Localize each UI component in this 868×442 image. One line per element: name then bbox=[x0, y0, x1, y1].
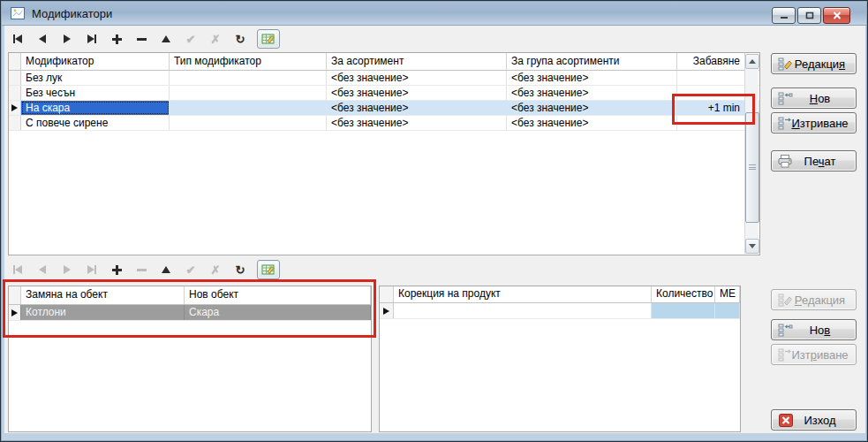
first-record-icon[interactable] bbox=[10, 32, 26, 46]
cell-unit[interactable] bbox=[715, 303, 740, 318]
table-row[interactable]: С повече сирене <без значение> <без знач… bbox=[9, 116, 759, 131]
refresh-icon[interactable]: ↻ bbox=[232, 263, 248, 277]
new-list-icon bbox=[778, 324, 793, 337]
window-icon bbox=[11, 7, 25, 19]
delete-button[interactable]: Изтриване bbox=[771, 112, 857, 133]
edit-list-icon bbox=[778, 293, 793, 307]
print-button[interactable]: Печат bbox=[771, 150, 857, 171]
cell-modifier[interactable]: Без лук bbox=[21, 71, 170, 85]
customize-grid-button[interactable] bbox=[257, 260, 280, 279]
prior-record-icon bbox=[34, 263, 50, 277]
cell-assortment[interactable]: <без значение> bbox=[327, 71, 507, 85]
cell-group[interactable]: <без значение> bbox=[507, 116, 677, 130]
vertical-scrollbar[interactable] bbox=[744, 54, 759, 254]
post-edit-icon: ✔ bbox=[183, 263, 199, 277]
delete-record-icon bbox=[133, 263, 149, 277]
cell-quantity[interactable] bbox=[652, 303, 715, 318]
minimize-button[interactable] bbox=[772, 7, 796, 24]
last-record-icon[interactable] bbox=[84, 32, 100, 46]
next-record-icon bbox=[59, 263, 75, 277]
cell-assortment[interactable]: <без значение> bbox=[327, 86, 507, 100]
modifiers-grid: Модификатор Тип модификатор За асортимен… bbox=[8, 52, 760, 255]
cell-assortment[interactable]: <без значение> bbox=[327, 101, 507, 115]
window-title: Модификатори bbox=[32, 7, 112, 20]
edit-button[interactable]: Редакция bbox=[771, 53, 857, 74]
grid-edit-icon bbox=[261, 263, 275, 276]
exit-icon bbox=[778, 414, 793, 427]
column-header-product-correction[interactable]: Корекция на продукт bbox=[394, 286, 652, 302]
cell-modifier[interactable]: Без чесън bbox=[21, 86, 170, 100]
annotation-replace-grid-highlight bbox=[3, 279, 376, 338]
cell-type[interactable] bbox=[170, 71, 327, 85]
cell-group[interactable]: <без значение> bbox=[507, 101, 677, 115]
maximize-button[interactable] bbox=[797, 7, 821, 24]
new-list-icon bbox=[778, 92, 793, 105]
edit-record-icon[interactable] bbox=[158, 263, 174, 277]
gutter-header bbox=[9, 53, 21, 70]
customize-grid-button[interactable] bbox=[257, 29, 280, 49]
insert-record-icon[interactable] bbox=[109, 32, 125, 46]
row-gutter bbox=[9, 71, 21, 85]
annotation-delay-highlight bbox=[672, 94, 755, 125]
gutter-header bbox=[380, 286, 394, 302]
grid-edit-icon bbox=[261, 33, 275, 45]
row-gutter bbox=[9, 86, 21, 100]
cell-group[interactable]: <без значение> bbox=[507, 71, 677, 85]
main-navigator-toolbar: ✔ ✗ ↻ bbox=[10, 28, 280, 50]
cell-type[interactable] bbox=[170, 86, 327, 100]
modifiers-window: Модификатори ✔ ✗ ↻ Мо bbox=[0, 0, 868, 442]
refresh-icon[interactable]: ↻ bbox=[232, 32, 248, 46]
current-row-indicator bbox=[380, 303, 394, 318]
table-row-empty[interactable] bbox=[380, 303, 740, 319]
delete-list-icon bbox=[778, 348, 793, 362]
cell-group[interactable]: <без значение> bbox=[507, 86, 677, 100]
next-record-icon[interactable] bbox=[59, 32, 75, 46]
detail-new-button[interactable]: Нов bbox=[771, 319, 857, 340]
cell-modifier-selected[interactable]: На скара bbox=[21, 101, 170, 115]
edit-record-icon[interactable] bbox=[158, 32, 174, 46]
cell-modifier[interactable]: С повече сирене bbox=[21, 116, 170, 130]
prior-record-icon[interactable] bbox=[34, 32, 50, 46]
column-header-modifier[interactable]: Модификатор bbox=[21, 53, 170, 70]
printer-icon bbox=[778, 155, 793, 168]
exit-button[interactable]: Изход bbox=[771, 409, 857, 431]
delete-list-icon bbox=[778, 117, 793, 130]
table-row-selected[interactable]: На скара <без значение> <без значение> +… bbox=[9, 101, 759, 116]
table-row[interactable]: Без чесън <без значение> <без значение> bbox=[9, 86, 759, 101]
modifiers-grid-header: Модификатор Тип модификатор За асортимен… bbox=[9, 53, 759, 71]
column-header-assortment[interactable]: За асортимент bbox=[327, 53, 507, 70]
cell-assortment[interactable]: <без значение> bbox=[327, 116, 507, 130]
close-button[interactable] bbox=[823, 7, 850, 24]
detail-delete-button: Изтриване bbox=[771, 344, 857, 365]
correction-grid-header: Корекция на продукт Количество МЕ bbox=[380, 286, 740, 303]
cell-type[interactable] bbox=[170, 101, 327, 115]
scroll-down-button[interactable] bbox=[745, 239, 759, 254]
post-edit-icon: ✔ bbox=[183, 32, 199, 46]
new-button[interactable]: Нов bbox=[771, 88, 857, 109]
insert-record-icon[interactable] bbox=[109, 263, 125, 277]
detail-edit-button: Редакция bbox=[771, 289, 857, 310]
last-record-icon bbox=[84, 263, 100, 277]
table-row[interactable]: Без лук <без значение> <без значение> bbox=[9, 71, 759, 86]
cancel-edit-icon: ✗ bbox=[208, 32, 223, 46]
current-row-indicator bbox=[9, 101, 21, 115]
product-correction-grid: Корекция на продукт Количество МЕ bbox=[379, 286, 741, 432]
first-record-icon bbox=[10, 263, 26, 277]
detail-navigator-toolbar: ✔ ✗ ↻ bbox=[10, 259, 280, 280]
cell-product[interactable] bbox=[394, 303, 652, 318]
client-area: ✔ ✗ ↻ Модификатор Тип модификатор За асо… bbox=[4, 26, 865, 433]
edit-list-icon bbox=[778, 57, 793, 71]
titlebar[interactable]: Модификатори bbox=[2, 2, 866, 26]
cell-type[interactable] bbox=[170, 116, 327, 130]
cancel-edit-icon: ✗ bbox=[208, 263, 223, 277]
delete-record-icon[interactable] bbox=[133, 32, 149, 46]
row-gutter bbox=[9, 116, 21, 130]
column-header-type[interactable]: Тип модификатор bbox=[170, 53, 327, 70]
column-header-unit[interactable]: МЕ bbox=[715, 286, 740, 302]
cell-delay[interactable] bbox=[677, 71, 745, 85]
scroll-up-button[interactable] bbox=[745, 54, 759, 69]
column-header-quantity[interactable]: Количество bbox=[652, 286, 715, 302]
scrollbar-thumb[interactable] bbox=[745, 112, 759, 223]
column-header-group[interactable]: За група асортименти bbox=[507, 53, 677, 70]
column-header-delay[interactable]: Забавяне bbox=[677, 53, 745, 70]
